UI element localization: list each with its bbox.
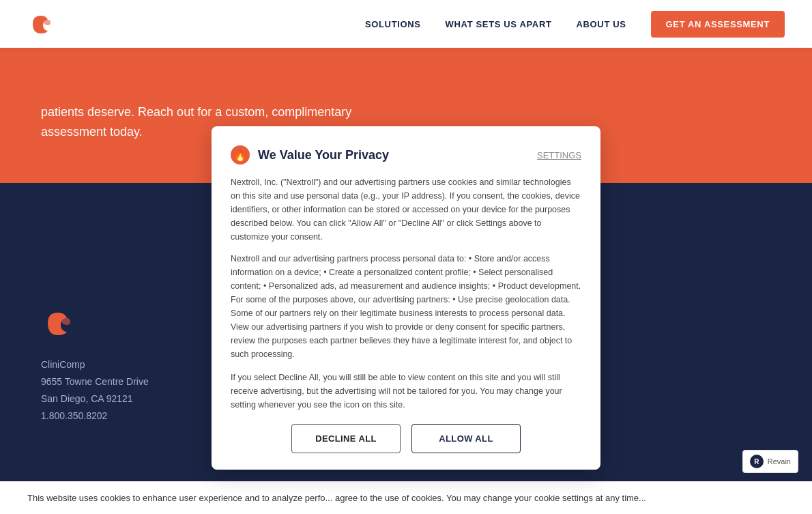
cookie-body-1: Nextroll, Inc. ("Nextroll") and our adve… xyxy=(231,175,581,244)
revain-badge[interactable]: R Revain xyxy=(742,450,798,452)
cookie-modal: 🔥 We Value Your Privacy SETTINGS Nextrol… xyxy=(212,126,600,452)
cookie-title: We Value Your Privacy xyxy=(258,148,389,162)
address-line-4: 1.800.350.8202 xyxy=(41,408,177,425)
allow-all-button[interactable]: ALLOW ALL xyxy=(411,424,521,452)
footer-address: CliniComp 9655 Towne Centre Drive San Di… xyxy=(41,356,177,425)
cookie-settings-link[interactable]: SETTINGS xyxy=(537,150,581,160)
nav-what-sets-us-apart[interactable]: WHAT SETS US APART xyxy=(446,19,552,29)
cookie-buttons: DECLINE ALL ALLOW ALL xyxy=(231,424,581,452)
address-line-2: 9655 Towne Centre Drive xyxy=(41,373,177,390)
nav-about-us[interactable]: ABOUT US xyxy=(577,19,626,29)
footer-logo-col: CliniComp 9655 Towne Centre Drive San Di… xyxy=(41,306,177,425)
nav-links: SOLUTIONS WHAT SETS US APART ABOUT US GE… xyxy=(365,18,785,30)
footer-logo xyxy=(41,306,177,343)
nav-solutions[interactable]: SOLUTIONS xyxy=(365,19,421,29)
address-line-3: San Diego, CA 92121 xyxy=(41,390,177,408)
cookie-body-2: Nextroll and our advertising partners pr… xyxy=(231,252,581,361)
cookie-header: 🔥 We Value Your Privacy SETTINGS xyxy=(231,145,581,165)
cookie-flame-icon: 🔥 xyxy=(231,145,250,165)
nav-cta-button[interactable]: GET AN ASSESSMENT xyxy=(651,11,785,38)
cookie-body-3: If you select Decline All, you will stil… xyxy=(231,371,581,412)
decline-all-button[interactable]: DECLINE ALL xyxy=(291,424,401,452)
address-line-1: CliniComp xyxy=(41,356,177,373)
cookie-header-left: 🔥 We Value Your Privacy xyxy=(231,145,389,165)
nav-logo xyxy=(27,10,55,38)
navbar: SOLUTIONS WHAT SETS US APART ABOUT US GE… xyxy=(0,0,812,48)
